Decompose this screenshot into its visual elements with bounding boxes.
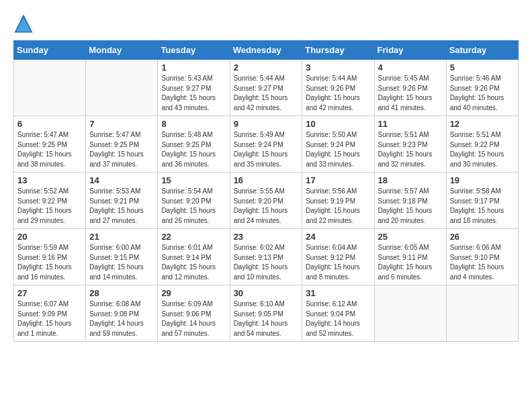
calendar-cell <box>374 285 446 342</box>
day-number: 20 <box>17 232 82 242</box>
day-info: Sunrise: 5:50 AM Sunset: 9:24 PM Dayligh… <box>306 130 370 169</box>
day-info: Sunrise: 5:48 AM Sunset: 9:25 PM Dayligh… <box>161 130 226 169</box>
day-number: 19 <box>450 175 515 185</box>
calendar-cell: 21Sunrise: 6:00 AM Sunset: 9:15 PM Dayli… <box>86 229 158 285</box>
calendar-week-row: 27Sunrise: 6:07 AM Sunset: 9:09 PM Dayli… <box>14 285 519 342</box>
day-info: Sunrise: 5:44 AM Sunset: 9:27 PM Dayligh… <box>234 74 299 113</box>
day-number: 27 <box>17 288 82 298</box>
calendar-cell: 7Sunrise: 5:47 AM Sunset: 9:25 PM Daylig… <box>86 116 158 173</box>
day-number: 2 <box>234 62 299 73</box>
day-info: Sunrise: 6:12 AM Sunset: 9:04 PM Dayligh… <box>306 300 370 338</box>
day-info: Sunrise: 5:45 AM Sunset: 9:26 PM Dayligh… <box>378 74 443 113</box>
day-info: Sunrise: 5:43 AM Sunset: 9:27 PM Dayligh… <box>161 74 226 113</box>
weekday-header-tuesday: Tuesday <box>158 41 230 60</box>
day-number: 23 <box>234 232 299 242</box>
day-number: 12 <box>450 119 515 129</box>
day-info: Sunrise: 5:44 AM Sunset: 9:26 PM Dayligh… <box>306 74 370 113</box>
day-number: 26 <box>450 232 515 242</box>
day-info: Sunrise: 6:01 AM Sunset: 9:14 PM Dayligh… <box>161 243 226 282</box>
calendar-cell: 14Sunrise: 5:53 AM Sunset: 9:21 PM Dayli… <box>86 173 158 229</box>
day-info: Sunrise: 6:02 AM Sunset: 9:13 PM Dayligh… <box>234 243 299 282</box>
day-number: 3 <box>306 62 370 73</box>
day-info: Sunrise: 5:47 AM Sunset: 9:25 PM Dayligh… <box>89 130 154 169</box>
calendar-cell: 26Sunrise: 6:06 AM Sunset: 9:10 PM Dayli… <box>446 229 518 285</box>
day-number: 4 <box>378 62 443 73</box>
logo-icon <box>13 13 34 34</box>
calendar-week-row: 6Sunrise: 5:47 AM Sunset: 9:25 PM Daylig… <box>14 116 519 173</box>
calendar-week-row: 13Sunrise: 5:52 AM Sunset: 9:22 PM Dayli… <box>14 173 519 229</box>
day-info: Sunrise: 5:54 AM Sunset: 9:20 PM Dayligh… <box>161 187 226 226</box>
calendar-cell: 25Sunrise: 6:05 AM Sunset: 9:11 PM Dayli… <box>374 229 446 285</box>
calendar-cell <box>14 60 86 116</box>
calendar-cell: 9Sunrise: 5:49 AM Sunset: 9:24 PM Daylig… <box>230 116 302 173</box>
page-header <box>13 13 519 34</box>
day-number: 11 <box>378 119 443 129</box>
day-number: 5 <box>450 62 515 73</box>
day-number: 22 <box>161 232 226 242</box>
calendar-cell: 22Sunrise: 6:01 AM Sunset: 9:14 PM Dayli… <box>158 229 230 285</box>
calendar-cell: 30Sunrise: 6:10 AM Sunset: 9:05 PM Dayli… <box>230 285 302 342</box>
calendar-week-row: 1Sunrise: 5:43 AM Sunset: 9:27 PM Daylig… <box>14 60 519 116</box>
calendar-cell <box>86 60 158 116</box>
calendar-cell: 20Sunrise: 5:59 AM Sunset: 9:16 PM Dayli… <box>14 229 86 285</box>
day-info: Sunrise: 5:59 AM Sunset: 9:16 PM Dayligh… <box>17 243 82 282</box>
day-number: 15 <box>161 175 226 185</box>
calendar-cell: 17Sunrise: 5:56 AM Sunset: 9:19 PM Dayli… <box>302 173 374 229</box>
day-info: Sunrise: 5:57 AM Sunset: 9:18 PM Dayligh… <box>378 187 443 226</box>
day-number: 30 <box>234 288 299 298</box>
day-info: Sunrise: 6:07 AM Sunset: 9:09 PM Dayligh… <box>17 300 82 338</box>
day-number: 10 <box>306 119 370 129</box>
calendar-cell: 16Sunrise: 5:55 AM Sunset: 9:20 PM Dayli… <box>230 173 302 229</box>
calendar-cell: 5Sunrise: 5:46 AM Sunset: 9:26 PM Daylig… <box>446 60 518 116</box>
calendar-header-row: SundayMondayTuesdayWednesdayThursdayFrid… <box>14 41 519 60</box>
day-info: Sunrise: 5:52 AM Sunset: 9:22 PM Dayligh… <box>17 187 82 226</box>
calendar-cell: 18Sunrise: 5:57 AM Sunset: 9:18 PM Dayli… <box>374 173 446 229</box>
calendar-cell: 24Sunrise: 6:04 AM Sunset: 9:12 PM Dayli… <box>302 229 374 285</box>
day-info: Sunrise: 5:58 AM Sunset: 9:17 PM Dayligh… <box>450 187 515 226</box>
calendar-cell <box>446 285 518 342</box>
day-number: 31 <box>306 288 370 298</box>
calendar-cell: 23Sunrise: 6:02 AM Sunset: 9:13 PM Dayli… <box>230 229 302 285</box>
calendar-cell: 1Sunrise: 5:43 AM Sunset: 9:27 PM Daylig… <box>158 60 230 116</box>
day-info: Sunrise: 5:46 AM Sunset: 9:26 PM Dayligh… <box>450 74 515 113</box>
calendar-cell: 6Sunrise: 5:47 AM Sunset: 9:25 PM Daylig… <box>14 116 86 173</box>
day-info: Sunrise: 6:08 AM Sunset: 9:08 PM Dayligh… <box>89 300 154 338</box>
weekday-header-saturday: Saturday <box>446 41 518 60</box>
day-number: 13 <box>17 175 82 185</box>
day-number: 28 <box>89 288 154 298</box>
logo <box>13 13 37 34</box>
calendar-cell: 8Sunrise: 5:48 AM Sunset: 9:25 PM Daylig… <box>158 116 230 173</box>
day-info: Sunrise: 6:10 AM Sunset: 9:05 PM Dayligh… <box>234 300 299 338</box>
weekday-header-sunday: Sunday <box>14 41 86 60</box>
day-number: 17 <box>306 175 370 185</box>
calendar-cell: 2Sunrise: 5:44 AM Sunset: 9:27 PM Daylig… <box>230 60 302 116</box>
day-info: Sunrise: 5:56 AM Sunset: 9:19 PM Dayligh… <box>306 187 370 226</box>
day-info: Sunrise: 6:06 AM Sunset: 9:10 PM Dayligh… <box>450 243 515 282</box>
calendar-cell: 12Sunrise: 5:51 AM Sunset: 9:22 PM Dayli… <box>446 116 518 173</box>
weekday-header-wednesday: Wednesday <box>230 41 302 60</box>
day-info: Sunrise: 5:51 AM Sunset: 9:22 PM Dayligh… <box>450 130 515 169</box>
day-number: 16 <box>234 175 299 185</box>
calendar-cell: 28Sunrise: 6:08 AM Sunset: 9:08 PM Dayli… <box>86 285 158 342</box>
calendar-cell: 29Sunrise: 6:09 AM Sunset: 9:06 PM Dayli… <box>158 285 230 342</box>
day-number: 7 <box>89 119 154 129</box>
day-info: Sunrise: 5:55 AM Sunset: 9:20 PM Dayligh… <box>234 187 299 226</box>
day-number: 18 <box>378 175 443 185</box>
calendar-cell: 4Sunrise: 5:45 AM Sunset: 9:26 PM Daylig… <box>374 60 446 116</box>
svg-marker-1 <box>16 17 32 32</box>
day-number: 14 <box>89 175 154 185</box>
day-number: 9 <box>234 119 299 129</box>
calendar-cell: 3Sunrise: 5:44 AM Sunset: 9:26 PM Daylig… <box>302 60 374 116</box>
calendar-cell: 13Sunrise: 5:52 AM Sunset: 9:22 PM Dayli… <box>14 173 86 229</box>
calendar-cell: 10Sunrise: 5:50 AM Sunset: 9:24 PM Dayli… <box>302 116 374 173</box>
day-number: 24 <box>306 232 370 242</box>
calendar-cell: 31Sunrise: 6:12 AM Sunset: 9:04 PM Dayli… <box>302 285 374 342</box>
weekday-header-thursday: Thursday <box>302 41 374 60</box>
calendar-cell: 19Sunrise: 5:58 AM Sunset: 9:17 PM Dayli… <box>446 173 518 229</box>
day-number: 21 <box>89 232 154 242</box>
calendar-cell: 15Sunrise: 5:54 AM Sunset: 9:20 PM Dayli… <box>158 173 230 229</box>
calendar-cell: 11Sunrise: 5:51 AM Sunset: 9:23 PM Dayli… <box>374 116 446 173</box>
day-number: 25 <box>378 232 443 242</box>
day-info: Sunrise: 6:00 AM Sunset: 9:15 PM Dayligh… <box>89 243 154 282</box>
day-number: 8 <box>161 119 226 129</box>
